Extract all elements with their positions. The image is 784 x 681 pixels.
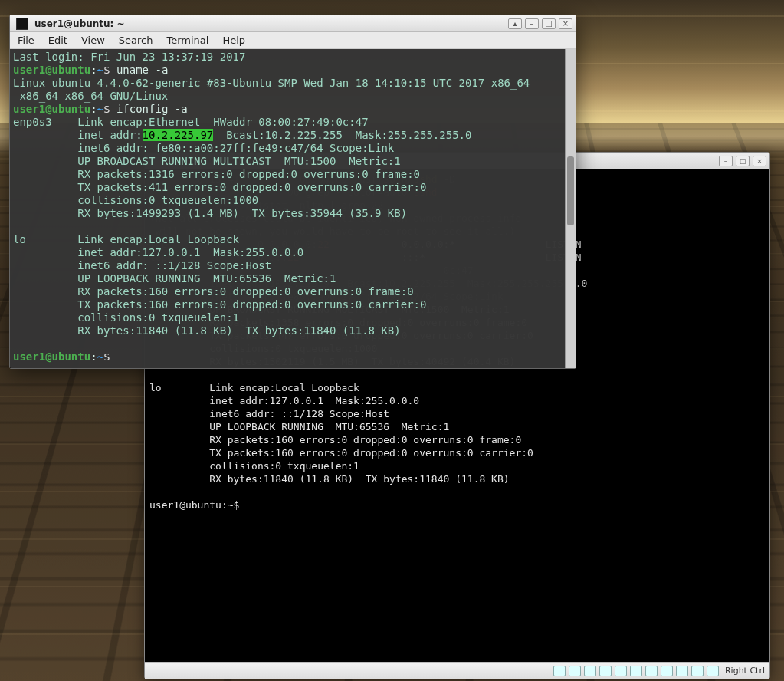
last-login-line: Last login: Fri Jun 23 13:37:19 2017 bbox=[13, 51, 245, 63]
prompt-host: user1@ubuntu bbox=[13, 103, 90, 115]
scrollbar-thumb[interactable] bbox=[567, 156, 574, 225]
ifconfig-line: TX packets:411 errors:0 dropped:0 overru… bbox=[13, 181, 426, 193]
vbox-shared-folders-icon[interactable] bbox=[599, 666, 612, 676]
vbox-hdd-icon[interactable] bbox=[553, 666, 566, 676]
term-line: inet addr:127.0.0.1 Mask:255.0.0.0 bbox=[149, 395, 419, 406]
vbox-usb-icon[interactable] bbox=[584, 666, 596, 676]
ifconfig-line: RX bytes:11840 (11.8 KB) TX bytes:11840 … bbox=[13, 324, 401, 337]
front-shade-button[interactable]: ▴ bbox=[508, 18, 522, 29]
ifconfig-line: inet addr:127.0.0.1 Mask:255.0.0.0 bbox=[13, 246, 303, 258]
uname-output: Linux ubuntu 4.4.0-62-generic #83-Ubuntu… bbox=[13, 77, 530, 102]
menu-view[interactable]: View bbox=[81, 35, 105, 46]
host-terminal[interactable]: Last login: Fri Jun 23 13:37:19 2017 use… bbox=[10, 49, 576, 368]
cmd-ifconfig: ifconfig -a bbox=[116, 103, 188, 115]
vbox-network-icon[interactable] bbox=[630, 666, 642, 676]
prompt-host: user1@ubuntu bbox=[13, 64, 90, 76]
vbox-mouse-icon[interactable] bbox=[691, 666, 704, 676]
ifconfig-line: RX packets:1316 errors:0 dropped:0 overr… bbox=[13, 168, 420, 180]
term-line: inet6 addr: ::1/128 Scope:Host bbox=[149, 408, 389, 419]
guest-prompt[interactable]: user1@ubuntu:~$ bbox=[149, 499, 245, 511]
highlighted-ip: 10.2.225.97 bbox=[143, 129, 214, 141]
term-line: .0 bbox=[576, 278, 588, 289]
back-min-button[interactable]: – bbox=[719, 156, 733, 166]
terminal-scrollbar[interactable] bbox=[565, 49, 576, 368]
ifconfig-line: inet addr: bbox=[13, 129, 143, 141]
ifconfig-line: RX packets:160 errors:0 dropped:0 overru… bbox=[13, 285, 414, 298]
vbox-display-icon[interactable] bbox=[615, 666, 627, 676]
vbox-audio-icon[interactable] bbox=[645, 666, 658, 676]
prompt-host: user1@ubuntu bbox=[13, 350, 90, 363]
ifconfig-line: lo Link encap:Local Loopback bbox=[13, 233, 239, 245]
back-max-button[interactable]: □ bbox=[736, 156, 750, 166]
ifconfig-line: inet6 addr: fe80::a00:27ff:fe49:c47/64 S… bbox=[13, 142, 394, 154]
ifconfig-line: collisions:0 txqueuelen:1000 bbox=[13, 194, 258, 206]
menu-search[interactable]: Search bbox=[119, 35, 153, 46]
term-line: RX bytes:11840 (11.8 KB) TX bytes:11840 … bbox=[149, 473, 510, 485]
prompt-symbol[interactable]: $ bbox=[103, 350, 110, 363]
front-close-button[interactable]: × bbox=[559, 18, 572, 29]
cmd-uname: uname -a bbox=[116, 64, 168, 76]
vbox-keyboard-icon[interactable] bbox=[707, 666, 719, 676]
virtualbox-status-bar: Right Ctrl bbox=[145, 662, 769, 679]
term-line: lo Link encap:Local Loopback bbox=[149, 382, 359, 393]
front-max-button[interactable]: □ bbox=[542, 18, 556, 29]
vbox-cpu-icon[interactable] bbox=[676, 666, 688, 676]
vbox-recording-icon[interactable] bbox=[661, 666, 673, 676]
ifconfig-line: RX bytes:1499293 (1.4 MB) TX bytes:35944… bbox=[13, 207, 407, 219]
ifconfig-line: UP LOOPBACK RUNNING MTU:65536 Metric:1 bbox=[13, 272, 336, 285]
ifconfig-line: collisions:0 txqueuelen:1 bbox=[13, 311, 239, 324]
back-close-button[interactable]: × bbox=[753, 156, 766, 166]
ifconfig-line: Bcast:10.2.225.255 Mask:255.255.255.0 bbox=[213, 129, 471, 141]
ifconfig-line: inet6 addr: ::1/128 Scope:Host bbox=[13, 259, 271, 271]
prompt-path: ~ bbox=[97, 64, 103, 76]
term-line: UP LOOPBACK RUNNING MTU:65536 Metric:1 bbox=[149, 421, 449, 433]
host-terminal-window[interactable]: user1@ubuntu: ~ ▴ – □ × File Edit View S… bbox=[9, 15, 576, 369]
term-line: TX packets:160 errors:0 dropped:0 overru… bbox=[149, 447, 533, 459]
vbox-optical-icon[interactable] bbox=[569, 666, 581, 676]
front-titlebar[interactable]: user1@ubuntu: ~ ▴ – □ × bbox=[10, 15, 576, 32]
ifconfig-line: enp0s3 Link encap:Ethernet HWaddr 08:00:… bbox=[13, 116, 369, 128]
terminal-icon bbox=[16, 18, 28, 30]
front-min-button[interactable]: – bbox=[525, 18, 539, 29]
menu-edit[interactable]: Edit bbox=[48, 35, 67, 46]
term-line: RX packets:160 errors:0 dropped:0 overru… bbox=[149, 434, 521, 446]
ifconfig-line: TX packets:160 errors:0 dropped:0 overru… bbox=[13, 298, 426, 311]
prompt-path: ~ bbox=[97, 103, 103, 115]
ifconfig-line: UP BROADCAST RUNNING MULTICAST MTU:1500 … bbox=[13, 155, 401, 167]
terminal-menubar[interactable]: File Edit View Search Terminal Help bbox=[10, 32, 576, 49]
menu-file[interactable]: File bbox=[18, 35, 34, 46]
menu-help[interactable]: Help bbox=[222, 35, 245, 46]
vbox-hostkey-label: Right Ctrl bbox=[725, 666, 765, 676]
term-line: collisions:0 txqueuelen:1 bbox=[149, 460, 359, 472]
prompt-path: ~ bbox=[97, 350, 103, 363]
menu-terminal[interactable]: Terminal bbox=[166, 35, 208, 46]
front-window-title: user1@ubuntu: ~ bbox=[34, 18, 125, 29]
